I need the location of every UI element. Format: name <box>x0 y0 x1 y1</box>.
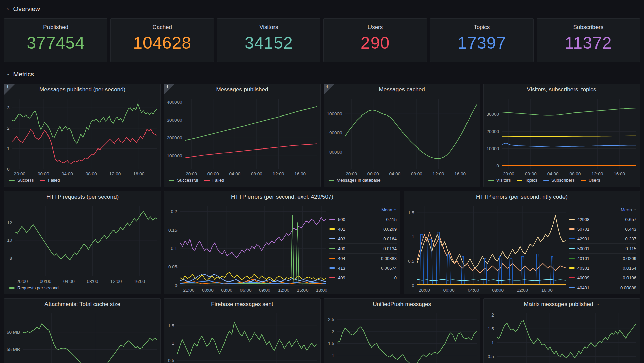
chart-canvas-messages-cached[interactable]: 20:0000:0004:0008:0012:0016:001000009000… <box>324 95 480 178</box>
panel-title-unifiedpush-messages[interactable]: UnifiedPush messages <box>324 299 480 310</box>
chart-canvas-visitors-subscribers-topics[interactable]: 20:0000:0004:0008:0012:0016:003000020000… <box>484 95 640 178</box>
panel-info-icon[interactable]: i <box>324 84 335 95</box>
chevron-down-icon: ⌄ <box>394 207 397 211</box>
panel-title-messages-published-per-second[interactable]: Messages published (per second) <box>4 84 160 95</box>
chart-canvas-unifiedpush-messages[interactable]: 2.521.51 <box>324 310 480 363</box>
svg-text:16:00: 16:00 <box>614 171 625 176</box>
legend-item-visitors[interactable]: Visitors <box>488 178 511 183</box>
legend-row-500[interactable]: 5000.115 <box>329 214 397 224</box>
chart-canvas-http-requests-per-second[interactable]: 20:0000:0004:0008:0012:0016:0012108 <box>4 203 161 285</box>
legend-label: 403 <box>329 236 383 241</box>
panel-title-visitors-subscribers-topics[interactable]: Visitors, subscribers, topics <box>484 84 640 95</box>
panel-title-http-errors-ntfy[interactable]: HTTP errors (per second, ntfy code) <box>404 191 640 203</box>
legend-row-403[interactable]: 4030.0164 <box>329 234 397 243</box>
series-color-bar <box>569 238 575 239</box>
legend-label: 50701 <box>569 227 625 232</box>
panel-body: 20:0000:0004:0008:0012:0016:003000020000… <box>484 95 640 178</box>
svg-text:20:00: 20:00 <box>503 171 514 176</box>
legend-row-40401[interactable]: 404010.00888 <box>569 283 636 292</box>
panel-title-text: HTTP errors (per second, ntfy code) <box>476 194 568 200</box>
legend-table-sort-mean[interactable]: Mean⌄ <box>329 205 397 214</box>
panel-info-icon[interactable]: i <box>4 84 15 95</box>
svg-text:00:00: 00:00 <box>40 279 51 284</box>
chart-svg: 20:0000:0004:0008:0012:0016:001.510.50 <box>404 203 569 294</box>
legend-item-messages-in-database[interactable]: Messages in database <box>329 178 381 183</box>
panel-title-firebase-messages-sent[interactable]: Firebase messages sent <box>164 299 320 310</box>
svg-text:0.05: 0.05 <box>168 264 177 269</box>
legend-mean-value: 0.0164 <box>623 266 636 271</box>
chart-panel-visitors-subscribers-topics: Visitors, subscribers, topics20:0000:000… <box>483 84 640 187</box>
legend-item-failed[interactable]: Failed <box>204 178 224 183</box>
legend-row-413[interactable]: 4130.00674 <box>329 263 397 273</box>
legend-row-40009[interactable]: 400090.0106 <box>569 273 636 283</box>
series-line-unifiedpush <box>337 327 476 363</box>
stat-panel-subscribers: Subscribers11372 <box>537 18 640 62</box>
svg-text:20:00: 20:00 <box>419 288 430 293</box>
panel-title-attachments-total-cache-size[interactable]: Attachments: Total cache size <box>4 299 160 310</box>
chart-canvas-firebase-messages-sent[interactable]: 1.510.5 <box>164 310 320 363</box>
chart-canvas-http-errors-ntfy[interactable]: 20:0000:0004:0008:0012:0016:001.510.50 <box>404 203 569 294</box>
svg-text:300000: 300000 <box>167 118 182 123</box>
series-color-bar <box>581 180 586 181</box>
svg-text:20000: 20000 <box>486 129 499 134</box>
legend-row-404[interactable]: 4040.00888 <box>329 253 397 263</box>
section-overview[interactable]: ⌄ Overview <box>6 5 640 13</box>
svg-text:04:00: 04:00 <box>229 171 241 176</box>
chart-canvas-messages-published-per-second[interactable]: 20:0000:0004:0008:0012:0016:003210 <box>4 95 160 178</box>
svg-text:12:00: 12:00 <box>109 171 121 176</box>
svg-text:100000: 100000 <box>167 153 182 158</box>
legend-row-40101[interactable]: 401010.0209 <box>569 253 636 263</box>
svg-text:0: 0 <box>412 283 414 288</box>
chart-canvas-messages-published[interactable]: 20:0000:0004:0008:0012:0016:004000003000… <box>164 95 320 178</box>
svg-text:200000: 200000 <box>167 135 182 140</box>
panel-title-matrix-messages-published[interactable]: Matrix messages published⌄ <box>484 299 640 310</box>
series-color-bar <box>9 180 15 181</box>
legend-label: 409 <box>329 275 394 280</box>
legend-item-users[interactable]: Users <box>581 178 600 183</box>
legend-row-40301[interactable]: 403010.0164 <box>569 263 636 273</box>
panel-title-http-errors-excl[interactable]: HTTP errors (per second, excl. 429/507) <box>164 191 400 203</box>
series-color-bar <box>40 180 45 181</box>
legend-row-50001[interactable]: 500010.115 <box>569 243 636 253</box>
legend-item-success[interactable]: Success <box>9 178 34 183</box>
svg-text:10000: 10000 <box>486 146 499 151</box>
legend-row-409[interactable]: 4090 <box>329 273 397 283</box>
svg-text:12:00: 12:00 <box>517 288 528 293</box>
legend-item-subscribers[interactable]: Subscribers <box>543 178 575 183</box>
legend-row-42908[interactable]: 429080.657 <box>569 214 636 224</box>
svg-text:08:00: 08:00 <box>87 279 98 284</box>
series-line-50001 <box>417 279 566 281</box>
legend-table-header-label: Mean <box>381 207 392 212</box>
panel-title-http-requests-per-second[interactable]: HTTP requests (per second) <box>4 191 161 203</box>
stat-value: 290 <box>361 35 390 52</box>
chart-canvas-attachments-total-cache-size[interactable]: 60 MB55 MB <box>4 310 160 363</box>
legend-label-text: 40301 <box>577 266 589 271</box>
info-glyph: i <box>326 84 329 89</box>
panel-title-messages-published[interactable]: Messages published <box>164 84 320 95</box>
svg-text:12: 12 <box>7 220 12 225</box>
panel-title-messages-cached[interactable]: Messages cached <box>324 84 480 95</box>
svg-text:00:00: 00:00 <box>367 171 379 176</box>
legend-table-sort-mean[interactable]: Mean⌄ <box>569 205 636 214</box>
svg-text:06:00: 06:00 <box>240 288 252 293</box>
series-line-firebase <box>177 322 317 355</box>
legend-row-50701[interactable]: 507010.443 <box>569 224 636 234</box>
legend-row-401[interactable]: 4010.0209 <box>329 224 397 234</box>
legend-row-400[interactable]: 4000.0134 <box>329 243 397 253</box>
svg-text:55 MB: 55 MB <box>7 347 20 352</box>
svg-text:1.5: 1.5 <box>168 323 174 328</box>
chart-svg: 2.521.51 <box>324 310 480 363</box>
svg-text:100000: 100000 <box>327 111 342 117</box>
panel-info-icon[interactable]: i <box>164 84 175 95</box>
legend-item-successful[interactable]: Successful <box>169 178 198 183</box>
section-metrics[interactable]: ⌄ Metrics <box>6 70 640 79</box>
legend-row-42901[interactable]: 429010.237 <box>569 234 636 243</box>
legend-item-topics[interactable]: Topics <box>517 178 537 183</box>
panel-title-text: Matrix messages published <box>524 301 593 308</box>
chart-canvas-http-errors-excl[interactable]: 21:0000:0003:0006:0009:0012:0015:0018:00… <box>164 203 329 294</box>
legend-item-failed[interactable]: Failed <box>40 178 60 183</box>
svg-text:2: 2 <box>7 126 10 131</box>
chart-canvas-matrix-messages-published[interactable]: 21.510.5 <box>484 310 640 363</box>
svg-text:16:00: 16:00 <box>454 171 466 176</box>
legend-item-requests-per-second[interactable]: Requests per second <box>9 285 59 290</box>
